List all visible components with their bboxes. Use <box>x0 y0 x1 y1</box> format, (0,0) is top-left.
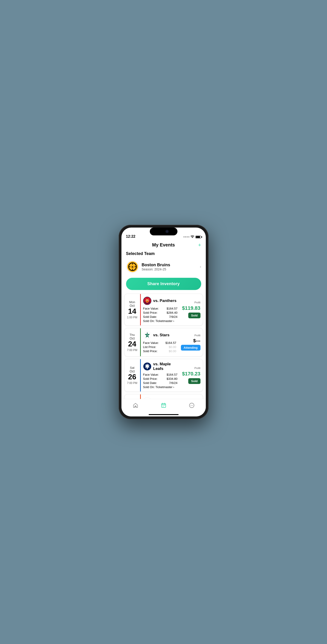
svg-point-17 <box>148 300 148 300</box>
header: My Events + <box>121 240 206 250</box>
status-badge: Attending <box>181 345 200 350</box>
sold-on-label: Sold On: Ticketmaster <box>143 385 173 389</box>
battery-icon <box>195 236 201 238</box>
svg-point-31 <box>162 406 163 406</box>
opponent-logo <box>143 362 151 370</box>
status-time: 12:22 <box>126 234 136 238</box>
team-info: Boston Bruins Season: 2024-25 <box>142 262 197 271</box>
event-time: 7:00 PM <box>127 348 137 352</box>
chevron-right-icon: › <box>200 265 201 269</box>
status-badge: Sold <box>188 378 200 384</box>
team-name: Boston Bruins <box>142 262 197 268</box>
event-detail-row: Sold Date: 7/9/24 <box>143 315 177 318</box>
sold-on-chevron: › <box>173 385 174 389</box>
phone-frame: 12:22 <box>119 225 209 419</box>
event-opponent: vs. Panthers <box>153 298 177 303</box>
event-card[interactable]: Thu Oct 24 7:00 PM <box>124 328 203 356</box>
signal-dot <box>187 236 188 238</box>
svg-point-34 <box>162 406 163 407</box>
sold-price-label: Sold Price: <box>143 377 158 380</box>
svg-rect-24 <box>147 368 147 369</box>
camera-dot <box>166 230 168 233</box>
event-profit-col: Profit $170.23 Sold <box>180 359 203 392</box>
share-btn-container: Share Inventory <box>121 276 206 294</box>
opponent-logo: D <box>143 331 151 339</box>
event-detail-row: Sold Date: 7/6/24 <box>143 381 177 385</box>
face-value-label: Face Value: <box>143 373 159 376</box>
dynamic-island <box>150 228 177 236</box>
nav-home[interactable] <box>133 402 138 410</box>
event-date: Mon Oct 14 1:00 PM <box>124 294 140 326</box>
svg-point-0 <box>192 238 193 238</box>
sold-price-label: Sold Price: <box>143 350 158 353</box>
event-day-number: 26 <box>128 373 136 380</box>
event-day-number: 14 <box>128 308 136 315</box>
event-main: vs. Maple Leafs Face Value: $164.57 Sold… <box>141 359 180 392</box>
list-price: $0.00 <box>169 345 176 349</box>
sold-date-label: Sold Date: <box>143 381 157 385</box>
event-date: Thu Oct 24 7:00 PM <box>124 328 140 356</box>
event-detail-row: List Price: $0.00 <box>143 345 176 349</box>
event-detail-row: Face Value: $164.57 <box>143 341 176 344</box>
nav-more[interactable] <box>189 402 194 410</box>
signal-dot <box>188 236 189 238</box>
home-icon <box>133 402 138 410</box>
event-day-name: Sat <box>130 366 135 370</box>
calendar-icon <box>161 402 166 410</box>
event-detail-row: Face Value: $164.57 <box>143 373 177 376</box>
share-inventory-button[interactable]: Share Inventory <box>126 278 201 290</box>
svg-point-32 <box>163 406 164 406</box>
nav-calendar[interactable] <box>161 402 166 410</box>
event-header-row: D vs. Stars <box>143 331 176 339</box>
sold-date-label: Sold Date: <box>143 315 157 318</box>
face-value: $164.57 <box>165 341 176 344</box>
add-event-button[interactable]: + <box>198 242 201 248</box>
team-logo: B <box>126 260 139 273</box>
event-card[interactable]: Mon Oct 14 1:00 PM <box>124 294 203 326</box>
event-main: vs. Panthers Face Value: $164.57 Sold Pr… <box>141 294 180 326</box>
screen-content[interactable]: My Events + Selected Team <box>121 240 206 416</box>
event-time: 7:00 PM <box>127 382 137 385</box>
sold-price-label: Sold Price: <box>143 311 158 314</box>
phone-screen: 12:22 <box>121 228 206 416</box>
svg-point-16 <box>146 300 147 300</box>
sold-on-chevron: › <box>173 319 174 323</box>
event-card[interactable]: Sat Oct 26 7:00 PM <box>124 359 203 392</box>
svg-point-35 <box>163 406 164 407</box>
face-value: $164.57 <box>167 373 177 376</box>
sold-on-row[interactable]: Sold On: Ticketmaster › <box>143 385 177 389</box>
page-title: My Events <box>152 242 175 248</box>
home-bar <box>149 414 179 415</box>
sold-on-label: Sold On: Ticketmaster <box>143 319 173 323</box>
team-row[interactable]: B Boston Bruins Season: 2024-25 › <box>121 258 206 276</box>
sold-date: 7/6/24 <box>169 381 177 385</box>
profit-amount: $170.23 <box>182 371 200 377</box>
sold-on-row[interactable]: Sold On: Ticketmaster › <box>143 319 177 323</box>
profit-label: Profit <box>194 334 200 337</box>
wifi-icon <box>191 235 194 238</box>
sold-price: $284.40 <box>167 311 177 314</box>
svg-text:B: B <box>132 266 133 268</box>
profit-amount: $119.83 <box>182 305 200 311</box>
event-detail-row: Sold Price: $0.00 <box>143 350 176 353</box>
event-opponent: vs. Stars <box>153 333 170 338</box>
events-list: Mon Oct 14 1:00 PM <box>121 294 206 416</box>
event-detail-row: Face Value: $164.57 <box>143 307 177 310</box>
signal-dot <box>183 236 185 238</box>
opponent-logo <box>143 297 151 305</box>
sold-price: $334.80 <box>167 377 177 380</box>
event-day-name: Thu <box>130 333 135 336</box>
svg-point-39 <box>192 405 193 406</box>
event-time: 1:00 PM <box>127 316 137 319</box>
event-header-row: vs. Maple Leafs <box>143 362 177 371</box>
svg-point-13 <box>145 299 149 303</box>
sold-price: $0.00 <box>169 350 176 353</box>
event-opponent: vs. Maple Leafs <box>153 362 177 371</box>
event-detail-row: Sold Price: $334.80 <box>143 377 177 380</box>
bottom-nav <box>121 399 206 416</box>
event-detail-row: Sold Price: $284.40 <box>143 311 177 314</box>
event-day-name: Mon <box>129 300 135 304</box>
profit-label: Profit <box>194 367 200 370</box>
sold-date: 7/9/24 <box>169 315 177 318</box>
event-main: D vs. Stars Face Value: $164.57 List Pri… <box>141 328 179 356</box>
